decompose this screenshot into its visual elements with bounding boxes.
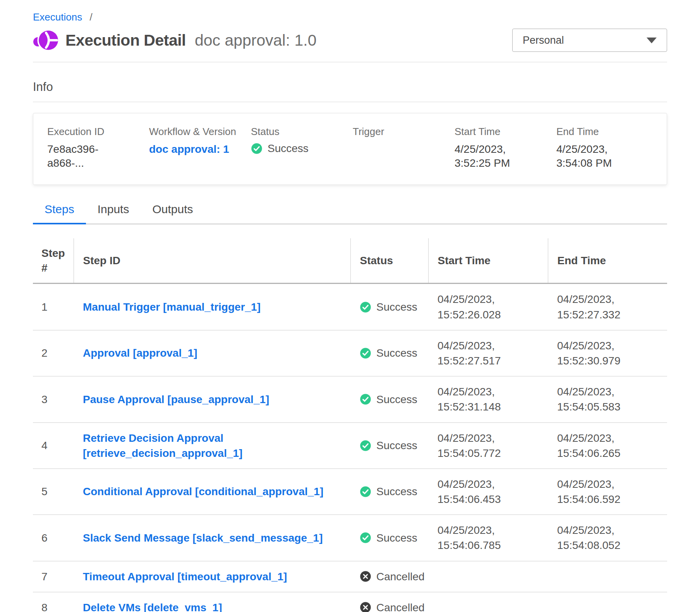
- step-link-slack-send-message[interactable]: Slack Send Message [slack_send_message_1…: [83, 532, 323, 544]
- step-number: 2: [41, 347, 48, 359]
- step-status-cell: Cancelled: [350, 592, 428, 612]
- step-start-time-cell: 04/25/2023, 15:54:05.772: [428, 422, 548, 468]
- info-field-value: 4/25/2023, 3:52:25 PM: [455, 142, 551, 171]
- step-start-time-cell: 04/25/2023, 15:52:26.028: [428, 284, 548, 330]
- title-left: Execution Detail doc approval: 1.0: [33, 29, 316, 52]
- step-end-time-cell: 04/25/2023, 15:54:08.052: [548, 515, 667, 561]
- status-label: Success: [376, 484, 417, 499]
- step-number: 3: [41, 393, 48, 405]
- table-row: 6Slack Send Message [slack_send_message_…: [33, 515, 667, 561]
- step-start-time-cell: 04/25/2023, 15:52:27.517: [428, 330, 548, 376]
- breadcrumb-link-executions[interactable]: Executions: [33, 11, 82, 23]
- info-field-label: End Time: [556, 126, 653, 138]
- step-id-cell: Conditional Approval [conditional_approv…: [74, 468, 350, 515]
- status-badge: Success: [360, 299, 420, 315]
- info-card: Execution ID7e8ac396-a868-...Workflow & …: [33, 113, 667, 185]
- table-row: 1Manual Trigger [manual_trigger_1]Succes…: [33, 284, 667, 330]
- title-divider: [33, 62, 667, 62]
- start-time-value: 04/25/2023, 15:54:05.772: [438, 432, 501, 459]
- step-start-time-cell: 04/25/2023, 15:54:06.453: [428, 468, 548, 515]
- tab-steps[interactable]: Steps: [33, 201, 86, 224]
- step-link-timeout-approval[interactable]: Timeout Approval [timeout_approval_1]: [83, 571, 287, 583]
- success-check-icon: [360, 440, 371, 451]
- end-time-value: 04/25/2023, 15:52:30.979: [557, 340, 621, 367]
- info-field-label: Workflow & Version: [149, 126, 245, 138]
- tab-bar: StepsInputsOutputs: [33, 201, 667, 224]
- step-end-time-cell: 04/25/2023, 15:54:06.592: [548, 468, 667, 515]
- tab-inputs[interactable]: Inputs: [86, 201, 141, 224]
- execution-status-label: Success: [268, 142, 309, 155]
- step-number-cell: 2: [33, 330, 74, 376]
- column-header-step-id: Step ID: [74, 238, 350, 284]
- info-field-label: Start Time: [455, 126, 551, 138]
- status-label: Success: [376, 299, 417, 315]
- start-time-value: 04/25/2023, 15:52:31.148: [438, 386, 501, 413]
- step-id-cell: Timeout Approval [timeout_approval_1]: [74, 561, 350, 592]
- title-row: Execution Detail doc approval: 1.0 Perso…: [33, 29, 667, 52]
- step-link-approval[interactable]: Approval [approval_1]: [83, 347, 197, 359]
- success-check-icon: [360, 486, 371, 497]
- table-header-row: Step #Step IDStatusStart TimeEnd Time: [33, 238, 667, 284]
- step-number: 1: [41, 301, 48, 313]
- page-title: Execution Detail doc approval: 1.0: [65, 31, 316, 50]
- cancelled-x-icon: [360, 602, 371, 612]
- table-row: 8Delete VMs [delete_vms_1]Cancelled: [33, 592, 667, 612]
- page-title-main: Execution Detail: [65, 31, 186, 49]
- step-number: 4: [41, 439, 48, 451]
- end-time-value: 04/25/2023, 15:54:08.052: [557, 524, 621, 551]
- workflow-brand-icon: [33, 29, 58, 52]
- info-field-value: 7e8ac396-a868-...: [47, 142, 144, 171]
- step-number-cell: 6: [33, 515, 74, 561]
- step-id-cell: Delete VMs [delete_vms_1]: [74, 592, 350, 612]
- start-time-value: 04/25/2023, 15:54:06.785: [438, 524, 501, 551]
- step-link-retrieve-decision-approval[interactable]: Retrieve Decision Approval [retrieve_dec…: [83, 432, 242, 459]
- step-number-cell: 1: [33, 284, 74, 330]
- step-link-pause-approval[interactable]: Pause Approval [pause_approval_1]: [83, 393, 269, 405]
- column-header-status: Status: [350, 238, 428, 284]
- step-start-time-cell: [428, 592, 548, 612]
- info-field-trigger: Trigger: [353, 126, 449, 171]
- step-number: 5: [41, 485, 48, 497]
- status-badge: Success: [360, 438, 420, 453]
- page-title-subtitle: doc approval: 1.0: [195, 31, 317, 49]
- step-end-time-cell: [548, 561, 667, 592]
- info-field-label: Trigger: [353, 126, 449, 138]
- info-field-status: StatusSuccess: [251, 126, 347, 171]
- success-check-icon: [360, 347, 371, 359]
- step-end-time-cell: 04/25/2023, 15:52:27.332: [548, 284, 667, 330]
- status-label: Success: [376, 392, 417, 407]
- start-time-value: 04/25/2023, 15:52:26.028: [438, 293, 501, 320]
- step-link-delete-vms[interactable]: Delete VMs [delete_vms_1]: [83, 602, 222, 612]
- step-status-cell: Success: [350, 515, 428, 561]
- step-end-time-cell: 04/25/2023, 15:54:05.583: [548, 376, 667, 422]
- step-id-cell: Slack Send Message [slack_send_message_1…: [74, 515, 350, 561]
- end-time-value: 04/25/2023, 15:52:27.332: [557, 293, 621, 320]
- success-check-icon: [360, 393, 371, 405]
- start-time-value: 04/25/2023, 15:54:06.453: [438, 478, 501, 505]
- step-status-cell: Success: [350, 468, 428, 515]
- step-link-conditional-approval[interactable]: Conditional Approval [conditional_approv…: [83, 485, 323, 497]
- step-end-time-cell: [548, 592, 667, 612]
- end-time-value: 04/25/2023, 15:54:05.583: [557, 386, 621, 413]
- steps-table: Step #Step IDStatusStart TimeEnd Time 1M…: [33, 238, 667, 612]
- step-link-manual-trigger[interactable]: Manual Trigger [manual_trigger_1]: [83, 301, 261, 313]
- info-section-heading: Info: [33, 80, 667, 94]
- step-status-cell: Success: [350, 422, 428, 468]
- info-field-workflow-version: Workflow & Versiondoc approval: 1: [149, 126, 245, 171]
- success-check-icon: [360, 301, 371, 313]
- workflow-version-link[interactable]: doc approval: 1: [149, 142, 239, 156]
- scope-dropdown[interactable]: Personal: [512, 29, 667, 52]
- status-label: Success: [376, 530, 417, 545]
- info-field-execution-id: Execution ID7e8ac396-a868-...: [47, 126, 144, 171]
- status-label: Success: [376, 438, 417, 453]
- step-start-time-cell: 04/25/2023, 15:54:06.785: [428, 515, 548, 561]
- status-label: Cancelled: [376, 569, 425, 584]
- step-number-cell: 4: [33, 422, 74, 468]
- step-number-cell: 3: [33, 376, 74, 422]
- tab-outputs[interactable]: Outputs: [141, 201, 204, 224]
- table-row: 4Retrieve Decision Approval [retrieve_de…: [33, 422, 667, 468]
- step-id-cell: Manual Trigger [manual_trigger_1]: [74, 284, 350, 330]
- status-badge: Success: [360, 484, 420, 499]
- info-heading-divider: [33, 102, 667, 102]
- info-field-label: Execution ID: [47, 126, 144, 138]
